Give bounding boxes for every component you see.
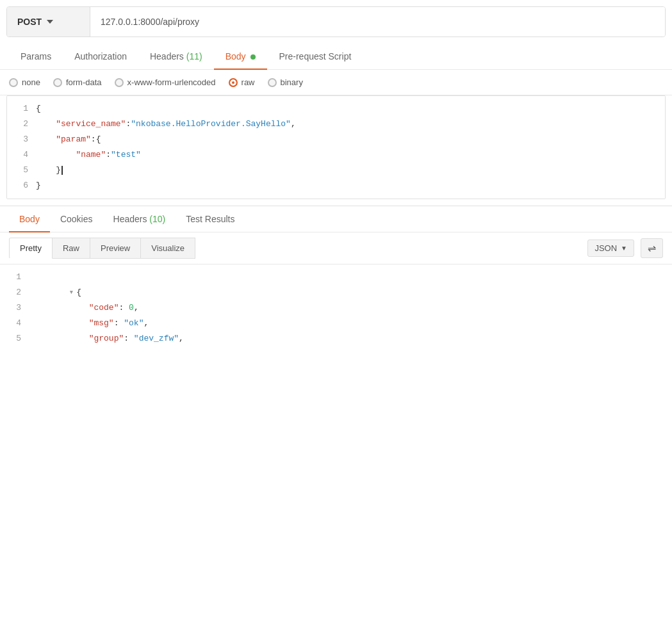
response-code-editor: 1 2 3 4 5 ▾{ "code": 0, "msg": "ok", "gr… <box>0 264 672 352</box>
radio-circle-binary <box>268 78 277 87</box>
format-tab-pretty[interactable]: Pretty <box>9 238 53 259</box>
resp-code-line-2: "code": 0, <box>29 285 666 300</box>
format-tab-raw[interactable]: Raw <box>52 238 90 259</box>
request-code-area: 1 2 3 4 5 6 { "service_name":"nkobase.He… <box>7 96 665 199</box>
json-selector: JSON ▼ ⇌ <box>587 238 663 258</box>
tab-prerequest[interactable]: Pre-request Script <box>267 44 363 69</box>
resp-tab-body[interactable]: Body <box>9 206 50 232</box>
radio-circle-raw <box>229 78 238 87</box>
code-line-1: { <box>36 101 659 117</box>
tab-authorization[interactable]: Authorization <box>63 44 138 69</box>
code-line-2: "service_name":"nkobase.HelloProvider.Sa… <box>36 117 659 132</box>
resp-tab-cookies[interactable]: Cookies <box>50 206 103 232</box>
response-code-content: ▾{ "code": 0, "msg": "ok", "group": "dev… <box>29 270 672 346</box>
radio-form-data[interactable]: form-data <box>53 77 102 87</box>
word-wrap-icon: ⇌ <box>648 242 656 254</box>
resp-code-line-1: ▾{ <box>29 270 666 285</box>
request-line-numbers: 1 2 3 4 5 6 <box>7 101 36 193</box>
json-select-dropdown[interactable]: JSON ▼ <box>587 240 634 257</box>
method-label: POST <box>17 17 42 27</box>
response-code-area: 1 2 3 4 5 ▾{ "code": 0, "msg": "ok", "gr… <box>0 264 672 352</box>
code-line-6: } <box>36 178 659 193</box>
method-chevron-icon <box>47 20 53 24</box>
resp-tab-headers[interactable]: Headers (10) <box>103 206 176 232</box>
json-chevron-icon: ▼ <box>621 245 627 252</box>
response-format-bar: Pretty Raw Preview Visualize JSON ▼ ⇌ <box>0 232 672 264</box>
code-line-5: } <box>36 163 659 178</box>
url-bar: POST <box>6 6 666 37</box>
radio-binary[interactable]: binary <box>268 77 303 87</box>
request-code-editor[interactable]: 1 2 3 4 5 6 { "service_name":"nkobase.He… <box>6 95 666 199</box>
radio-none[interactable]: none <box>9 77 40 87</box>
code-line-3: "param":{ <box>36 132 659 147</box>
resp-tab-test-results[interactable]: Test Results <box>176 206 245 232</box>
word-wrap-button[interactable]: ⇌ <box>641 238 663 258</box>
tab-body[interactable]: Body <box>214 44 268 69</box>
url-input[interactable] <box>90 7 665 37</box>
format-tab-visualize[interactable]: Visualize <box>140 238 195 259</box>
code-line-4: "name":"test" <box>36 147 659 163</box>
headers-count-badge: (11) <box>186 51 202 61</box>
collapse-arrow-1: ▾ <box>69 288 74 297</box>
response-line-numbers: 1 2 3 4 5 <box>0 270 29 346</box>
radio-circle-urlencoded <box>115 78 124 87</box>
method-selector[interactable]: POST <box>7 7 90 37</box>
resp-headers-badge: (10) <box>149 214 165 224</box>
tab-params[interactable]: Params <box>9 44 63 69</box>
radio-circle-form-data <box>53 78 62 87</box>
radio-urlencoded[interactable]: x-www-form-urlencoded <box>115 77 216 87</box>
request-code-content: { "service_name":"nkobase.HelloProvider.… <box>36 101 665 193</box>
request-tabs: Params Authorization Headers (11) Body P… <box>0 44 672 70</box>
radio-circle-none <box>9 78 18 87</box>
tab-headers[interactable]: Headers (11) <box>138 44 214 69</box>
body-active-dot <box>250 54 256 60</box>
radio-raw[interactable]: raw <box>229 77 255 87</box>
response-tabs: Body Cookies Headers (10) Test Results <box>0 206 672 232</box>
body-type-row: none form-data x-www-form-urlencoded raw… <box>0 70 672 95</box>
format-tab-preview[interactable]: Preview <box>90 238 141 259</box>
